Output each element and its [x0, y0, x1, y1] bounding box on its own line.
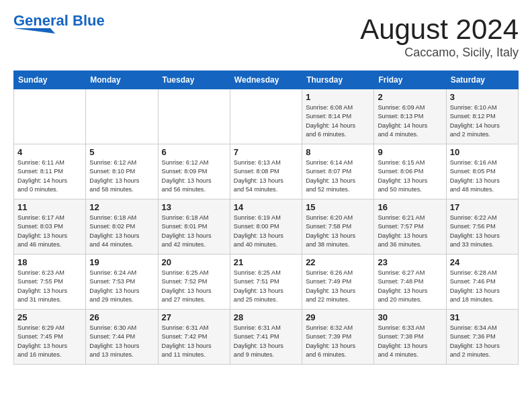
day-number: 15 — [306, 202, 370, 212]
calendar-cell — [86, 89, 158, 144]
day-number: 17 — [450, 202, 515, 212]
day-number: 13 — [162, 202, 226, 212]
day-number: 11 — [17, 202, 82, 212]
day-info: Sunrise: 6:31 AM Sunset: 7:41 PM Dayligh… — [234, 324, 298, 359]
weekday-header: Friday — [374, 71, 446, 89]
calendar-cell: 9Sunrise: 6:15 AM Sunset: 8:06 PM Daylig… — [374, 144, 446, 199]
calendar-week-row: 4Sunrise: 6:11 AM Sunset: 8:11 PM Daylig… — [14, 144, 519, 199]
day-info: Sunrise: 6:31 AM Sunset: 7:42 PM Dayligh… — [162, 324, 226, 359]
calendar-week-row: 11Sunrise: 6:17 AM Sunset: 8:03 PM Dayli… — [14, 199, 519, 255]
calendar-table: SundayMondayTuesdayWednesdayThursdayFrid… — [13, 71, 519, 365]
day-info: Sunrise: 6:10 AM Sunset: 8:12 PM Dayligh… — [450, 103, 515, 139]
day-number: 24 — [450, 257, 515, 267]
calendar-cell: 6Sunrise: 6:12 AM Sunset: 8:09 PM Daylig… — [158, 144, 230, 199]
title-block: August 2024 Caccamo, Sicily, Italy — [360, 13, 519, 60]
calendar-week-row: 1Sunrise: 6:08 AM Sunset: 8:14 PM Daylig… — [14, 89, 519, 144]
day-info: Sunrise: 6:30 AM Sunset: 7:44 PM Dayligh… — [89, 324, 154, 359]
day-number: 30 — [378, 312, 442, 322]
day-info: Sunrise: 6:19 AM Sunset: 8:00 PM Dayligh… — [234, 214, 298, 249]
logo-blue: Blue — [73, 12, 105, 29]
logo: General Blue — [13, 13, 105, 35]
calendar-cell: 1Sunrise: 6:08 AM Sunset: 8:14 PM Daylig… — [302, 89, 374, 144]
calendar-cell: 20Sunrise: 6:25 AM Sunset: 7:52 PM Dayli… — [158, 255, 230, 310]
calendar-cell: 19Sunrise: 6:24 AM Sunset: 7:53 PM Dayli… — [86, 255, 158, 310]
day-info: Sunrise: 6:20 AM Sunset: 7:58 PM Dayligh… — [306, 214, 370, 249]
day-number: 21 — [234, 257, 298, 267]
calendar-header: SundayMondayTuesdayWednesdayThursdayFrid… — [14, 71, 519, 89]
calendar-cell: 31Sunrise: 6:34 AM Sunset: 7:36 PM Dayli… — [446, 310, 518, 365]
day-info: Sunrise: 6:11 AM Sunset: 8:11 PM Dayligh… — [17, 158, 82, 194]
calendar-cell — [14, 89, 86, 144]
day-number: 10 — [450, 147, 515, 157]
day-info: Sunrise: 6:28 AM Sunset: 7:46 PM Dayligh… — [450, 269, 515, 304]
svg-marker-0 — [13, 28, 55, 34]
weekday-header: Sunday — [14, 71, 86, 89]
calendar-cell: 17Sunrise: 6:22 AM Sunset: 7:56 PM Dayli… — [446, 199, 518, 255]
month-title: August 2024 — [360, 13, 519, 46]
calendar-cell: 29Sunrise: 6:32 AM Sunset: 7:39 PM Dayli… — [302, 310, 374, 365]
day-number: 20 — [162, 257, 226, 267]
day-info: Sunrise: 6:08 AM Sunset: 8:14 PM Dayligh… — [306, 103, 370, 139]
day-info: Sunrise: 6:12 AM Sunset: 8:09 PM Dayligh… — [162, 158, 226, 194]
calendar-cell: 8Sunrise: 6:14 AM Sunset: 8:07 PM Daylig… — [302, 144, 374, 199]
calendar-cell: 14Sunrise: 6:19 AM Sunset: 8:00 PM Dayli… — [230, 199, 302, 255]
calendar-cell: 26Sunrise: 6:30 AM Sunset: 7:44 PM Dayli… — [86, 310, 158, 365]
calendar-cell: 16Sunrise: 6:21 AM Sunset: 7:57 PM Dayli… — [374, 199, 446, 255]
day-number: 23 — [378, 257, 442, 267]
weekday-header: Wednesday — [230, 71, 302, 89]
day-number: 22 — [306, 257, 370, 267]
calendar-cell: 25Sunrise: 6:29 AM Sunset: 7:45 PM Dayli… — [14, 310, 86, 365]
calendar-cell — [230, 89, 302, 144]
day-info: Sunrise: 6:33 AM Sunset: 7:38 PM Dayligh… — [378, 324, 442, 359]
page-header: General Blue August 2024 Caccamo, Sicily… — [13, 13, 519, 60]
day-info: Sunrise: 6:13 AM Sunset: 8:08 PM Dayligh… — [234, 158, 298, 194]
calendar-cell: 3Sunrise: 6:10 AM Sunset: 8:12 PM Daylig… — [446, 89, 518, 144]
calendar-cell: 24Sunrise: 6:28 AM Sunset: 7:46 PM Dayli… — [446, 255, 518, 310]
calendar-cell: 5Sunrise: 6:12 AM Sunset: 8:10 PM Daylig… — [86, 144, 158, 199]
day-number: 3 — [450, 92, 515, 102]
calendar-cell: 11Sunrise: 6:17 AM Sunset: 8:03 PM Dayli… — [14, 199, 86, 255]
calendar-week-row: 18Sunrise: 6:23 AM Sunset: 7:55 PM Dayli… — [14, 255, 519, 310]
day-info: Sunrise: 6:29 AM Sunset: 7:45 PM Dayligh… — [17, 324, 82, 359]
day-number: 1 — [306, 92, 370, 102]
day-info: Sunrise: 6:32 AM Sunset: 7:39 PM Dayligh… — [306, 324, 370, 359]
calendar-cell: 18Sunrise: 6:23 AM Sunset: 7:55 PM Dayli… — [14, 255, 86, 310]
day-info: Sunrise: 6:12 AM Sunset: 8:10 PM Dayligh… — [89, 158, 154, 194]
day-info: Sunrise: 6:17 AM Sunset: 8:03 PM Dayligh… — [17, 214, 82, 249]
day-info: Sunrise: 6:09 AM Sunset: 8:13 PM Dayligh… — [378, 103, 442, 139]
day-info: Sunrise: 6:16 AM Sunset: 8:05 PM Dayligh… — [450, 158, 515, 194]
day-info: Sunrise: 6:34 AM Sunset: 7:36 PM Dayligh… — [450, 324, 515, 359]
calendar-cell: 28Sunrise: 6:31 AM Sunset: 7:41 PM Dayli… — [230, 310, 302, 365]
day-number: 8 — [306, 147, 370, 157]
header-row: SundayMondayTuesdayWednesdayThursdayFrid… — [14, 71, 519, 89]
day-number: 18 — [17, 257, 82, 267]
day-number: 4 — [17, 147, 82, 157]
day-number: 12 — [89, 202, 154, 212]
weekday-header: Monday — [86, 71, 158, 89]
day-number: 28 — [234, 312, 298, 322]
day-info: Sunrise: 6:27 AM Sunset: 7:48 PM Dayligh… — [378, 269, 442, 304]
calendar-cell: 27Sunrise: 6:31 AM Sunset: 7:42 PM Dayli… — [158, 310, 230, 365]
logo-general: General — [13, 12, 69, 29]
weekday-header: Tuesday — [158, 71, 230, 89]
calendar-cell: 10Sunrise: 6:16 AM Sunset: 8:05 PM Dayli… — [446, 144, 518, 199]
day-number: 9 — [378, 147, 442, 157]
calendar-cell: 30Sunrise: 6:33 AM Sunset: 7:38 PM Dayli… — [374, 310, 446, 365]
day-info: Sunrise: 6:14 AM Sunset: 8:07 PM Dayligh… — [306, 158, 370, 194]
day-info: Sunrise: 6:25 AM Sunset: 7:51 PM Dayligh… — [234, 269, 298, 304]
day-number: 31 — [450, 312, 515, 322]
day-number: 2 — [378, 92, 442, 102]
day-info: Sunrise: 6:23 AM Sunset: 7:55 PM Dayligh… — [17, 269, 82, 304]
calendar-body: 1Sunrise: 6:08 AM Sunset: 8:14 PM Daylig… — [14, 89, 519, 365]
day-info: Sunrise: 6:25 AM Sunset: 7:52 PM Dayligh… — [162, 269, 226, 304]
day-info: Sunrise: 6:22 AM Sunset: 7:56 PM Dayligh… — [450, 214, 515, 249]
day-number: 27 — [162, 312, 226, 322]
calendar-cell: 4Sunrise: 6:11 AM Sunset: 8:11 PM Daylig… — [14, 144, 86, 199]
day-number: 16 — [378, 202, 442, 212]
day-number: 29 — [306, 312, 370, 322]
day-info: Sunrise: 6:26 AM Sunset: 7:49 PM Dayligh… — [306, 269, 370, 304]
day-number: 6 — [162, 147, 226, 157]
day-number: 5 — [89, 147, 154, 157]
day-number: 19 — [89, 257, 154, 267]
calendar-cell: 22Sunrise: 6:26 AM Sunset: 7:49 PM Dayli… — [302, 255, 374, 310]
